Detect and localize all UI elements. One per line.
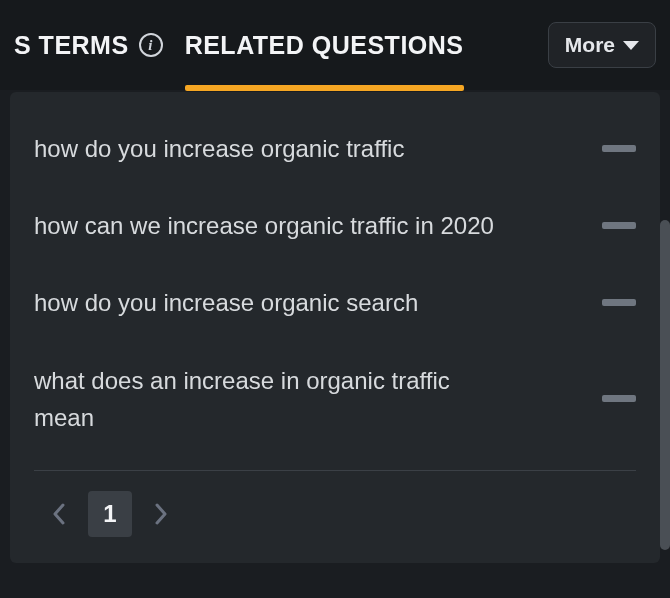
more-button[interactable]: More — [548, 22, 656, 68]
pager-prev[interactable] — [44, 503, 74, 525]
tab-related-label: RELATED QUESTIONS — [185, 31, 464, 60]
chevron-down-icon — [623, 41, 639, 50]
collapse-icon[interactable] — [602, 299, 636, 306]
tab-terms-label: S TERMS — [14, 31, 129, 60]
more-button-label: More — [565, 33, 615, 57]
question-text: how do you increase organic traffic — [34, 130, 404, 167]
question-row[interactable]: how can we increase organic traffic in 2… — [34, 187, 636, 264]
pager-page-number: 1 — [103, 500, 116, 528]
collapse-icon[interactable] — [602, 395, 636, 402]
question-row[interactable]: how do you increase organic traffic — [34, 110, 636, 187]
tab-related-questions[interactable]: RELATED QUESTIONS — [185, 3, 464, 88]
divider — [34, 470, 636, 471]
question-text: how do you increase organic search — [34, 284, 418, 321]
related-questions-panel: how do you increase organic traffic how … — [10, 92, 660, 563]
tab-terms[interactable]: S TERMS i — [14, 3, 163, 88]
question-row[interactable]: how do you increase organic search — [34, 264, 636, 341]
collapse-icon[interactable] — [602, 222, 636, 229]
collapse-icon[interactable] — [602, 145, 636, 152]
scrollbar[interactable] — [660, 220, 670, 550]
top-tab-bar: S TERMS i RELATED QUESTIONS More — [0, 0, 670, 90]
question-row[interactable]: what does an increase in organic traffic… — [34, 342, 636, 456]
chevron-right-icon — [154, 503, 168, 525]
pager-next[interactable] — [146, 503, 176, 525]
chevron-left-icon — [52, 503, 66, 525]
tabs-group: S TERMS i RELATED QUESTIONS — [14, 3, 530, 88]
pagination: 1 — [34, 491, 636, 537]
question-text: how can we increase organic traffic in 2… — [34, 207, 494, 244]
question-text: what does an increase in organic traffic… — [34, 362, 504, 436]
scrollbar-thumb[interactable] — [660, 220, 670, 550]
pager-current-page[interactable]: 1 — [88, 491, 132, 537]
info-icon[interactable]: i — [139, 33, 163, 57]
